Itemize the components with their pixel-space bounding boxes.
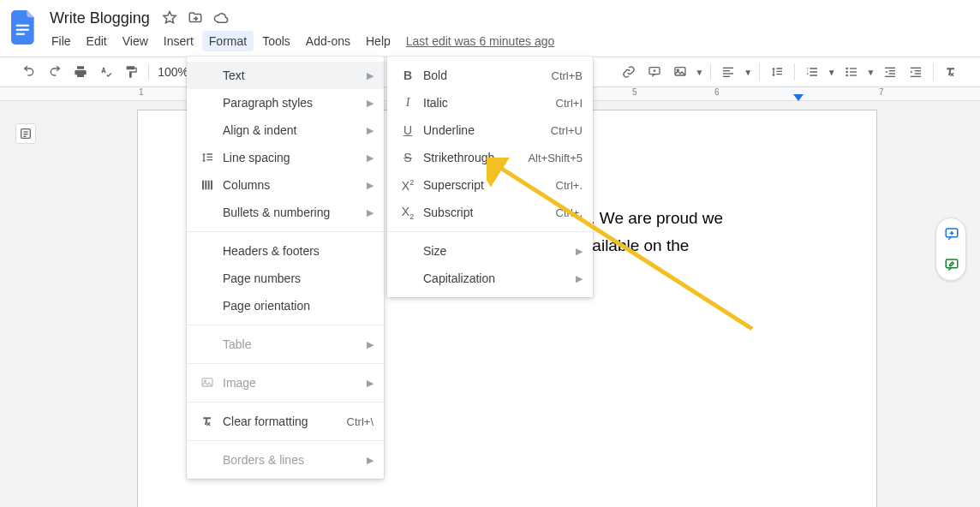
increase-indent-button[interactable]	[904, 60, 928, 84]
svg-rect-16	[885, 68, 895, 69]
menu-edit[interactable]: Edit	[80, 31, 114, 51]
chevron-down-icon[interactable]: ▼	[865, 68, 877, 77]
strikethrough-icon: S	[397, 151, 418, 164]
svg-rect-20	[911, 68, 921, 69]
ruler-tick: 7	[877, 87, 959, 100]
spellcheck-button[interactable]	[93, 60, 117, 84]
bold-icon: B	[397, 69, 418, 82]
chevron-down-icon[interactable]: ▼	[742, 68, 754, 77]
svg-rect-32	[202, 181, 204, 190]
menu-tools[interactable]: Tools	[255, 31, 297, 51]
svg-point-12	[846, 75, 848, 77]
image-icon	[197, 376, 218, 390]
menu-view[interactable]: View	[116, 31, 155, 51]
undo-button[interactable]	[17, 60, 41, 84]
svg-rect-0	[16, 25, 29, 27]
menuitem-italic[interactable]: I Italic Ctrl+I	[387, 89, 593, 116]
menuitem-paragraph-styles[interactable]: Paragraph styles▶	[187, 89, 384, 116]
svg-rect-23	[911, 76, 921, 77]
separator	[933, 63, 934, 81]
document-title[interactable]: Write Blogging	[45, 8, 155, 29]
last-edit-link[interactable]: Last edit was 6 minutes ago	[399, 31, 562, 51]
menuitem-text[interactable]: Text▶	[187, 62, 384, 89]
underline-icon: U	[397, 123, 418, 137]
menuitem-page-numbers[interactable]: Page numbers	[187, 265, 384, 292]
svg-rect-7	[723, 70, 730, 71]
subscript-icon: X2	[397, 205, 418, 221]
move-icon[interactable]	[188, 10, 203, 26]
columns-icon	[197, 178, 218, 192]
svg-rect-9	[723, 76, 730, 77]
menuitem-bullets-numbering[interactable]: Bullets & numbering▶	[187, 199, 384, 226]
superscript-icon: X2	[397, 178, 418, 193]
separator	[187, 231, 384, 232]
numbered-list-button[interactable]	[800, 60, 824, 84]
separator	[387, 231, 593, 232]
menuitem-page-orientation[interactable]: Page orientation	[187, 292, 384, 319]
ruler-tick	[795, 87, 877, 100]
cloud-icon[interactable]	[213, 10, 229, 26]
align-button[interactable]	[716, 60, 740, 84]
menuitem-clear-formatting[interactable]: Clear formatting Ctrl+\	[187, 408, 384, 435]
right-indent-marker[interactable]	[793, 94, 804, 101]
link-button[interactable]	[617, 60, 641, 84]
print-button[interactable]	[69, 60, 93, 84]
separator	[187, 440, 384, 441]
menuitem-underline[interactable]: U Underline Ctrl+U	[387, 116, 593, 144]
decrease-indent-button[interactable]	[878, 60, 902, 84]
menu-addons[interactable]: Add-ons	[299, 31, 357, 51]
svg-rect-15	[850, 75, 857, 75]
paint-format-button[interactable]	[119, 60, 143, 84]
svg-rect-17	[889, 70, 895, 71]
clear-formatting-icon	[197, 415, 218, 428]
line-spacing-button[interactable]	[765, 60, 789, 84]
menuitem-align-indent[interactable]: Align & indent▶	[187, 116, 384, 144]
svg-rect-22	[915, 73, 921, 74]
show-outline-button[interactable]	[15, 123, 36, 144]
side-panel	[935, 218, 966, 281]
comment-button[interactable]	[642, 60, 666, 84]
menu-file[interactable]: File	[45, 31, 78, 51]
separator	[148, 63, 149, 81]
separator	[187, 325, 384, 325]
separator	[187, 402, 384, 403]
svg-point-10	[846, 68, 848, 70]
menuitem-table: Table▶	[187, 331, 384, 358]
menubar: File Edit View Insert Format Tools Add-o…	[45, 31, 561, 51]
chevron-down-icon[interactable]: ▼	[694, 68, 706, 77]
menuitem-borders-lines: Borders & lines▶	[187, 446, 384, 474]
menuitem-size[interactable]: Size▶	[387, 237, 593, 265]
separator	[759, 63, 760, 81]
menuitem-image: Image▶	[187, 369, 384, 397]
menuitem-strikethrough[interactable]: S Strikethrough Alt+Shift+5	[387, 144, 593, 171]
chevron-down-icon[interactable]: ▼	[826, 68, 838, 77]
menuitem-line-spacing[interactable]: Line spacing▶	[187, 144, 384, 171]
suggest-edits-button[interactable]	[936, 249, 967, 280]
clear-format-button[interactable]	[939, 60, 963, 84]
menuitem-subscript[interactable]: X2 Subscript Ctrl+,	[387, 199, 593, 226]
menuitem-capitalization[interactable]: Capitalization▶	[387, 265, 593, 292]
star-icon[interactable]	[162, 10, 177, 26]
menuitem-headers-footers[interactable]: Headers & footers	[187, 237, 384, 265]
svg-rect-33	[205, 181, 206, 190]
app-header: Write Blogging File Edit View Insert For…	[0, 0, 980, 51]
menu-help[interactable]: Help	[359, 31, 397, 51]
format-menu-dropdown: Text▶ Paragraph styles▶ Align & indent▶ …	[187, 57, 384, 479]
menuitem-bold[interactable]: B Bold Ctrl+B	[387, 62, 593, 89]
svg-rect-35	[211, 181, 212, 190]
add-comment-button[interactable]	[936, 218, 967, 249]
menuitem-columns[interactable]: Columns▶	[187, 171, 384, 199]
svg-rect-8	[723, 73, 733, 74]
redo-button[interactable]	[43, 60, 67, 84]
svg-rect-34	[208, 181, 210, 190]
docs-logo[interactable]	[7, 10, 41, 45]
ruler-tick: 6	[713, 87, 795, 100]
svg-rect-13	[850, 68, 857, 69]
image-button[interactable]	[668, 60, 692, 84]
menuitem-superscript[interactable]: X2 Superscript Ctrl+.	[387, 171, 593, 199]
ruler-tick: 5	[630, 87, 713, 100]
menu-insert[interactable]: Insert	[157, 31, 200, 51]
separator	[794, 63, 795, 81]
menu-format[interactable]: Format	[202, 31, 254, 51]
bulleted-list-button[interactable]	[840, 60, 863, 84]
